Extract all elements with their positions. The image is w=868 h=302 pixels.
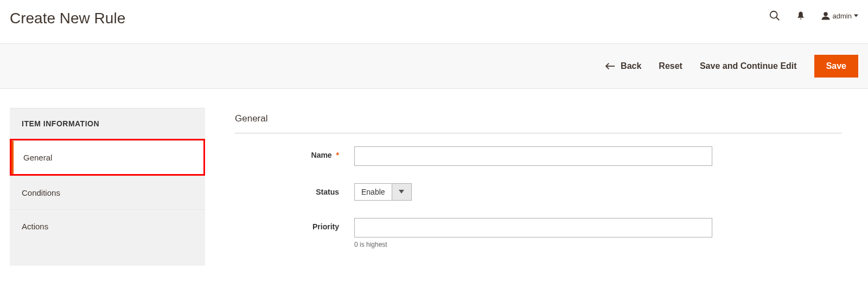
priority-label: Priority: [312, 222, 339, 231]
form-row-name: Name *: [235, 146, 842, 166]
user-menu[interactable]: admin: [821, 11, 858, 21]
priority-input[interactable]: [354, 218, 712, 237]
name-input[interactable]: [354, 146, 712, 166]
form-row-priority: Priority 0 is highest: [235, 218, 842, 248]
save-continue-label: Save and Continue Edit: [700, 61, 797, 71]
back-button[interactable]: Back: [605, 61, 641, 71]
tab-general[interactable]: General: [11, 140, 203, 174]
save-continue-button[interactable]: Save and Continue Edit: [700, 61, 797, 71]
save-button[interactable]: Save: [814, 55, 858, 78]
notifications-icon[interactable]: [796, 11, 806, 21]
user-label: admin: [833, 12, 852, 20]
sidebar: ITEM INFORMATION General Conditions Acti…: [10, 108, 205, 266]
svg-point-0: [770, 11, 777, 18]
action-bar: Back Reset Save and Continue Edit Save: [0, 43, 868, 89]
priority-hint: 0 is highest: [354, 241, 712, 248]
chevron-down-icon: [392, 184, 411, 200]
form-row-status: Status Enable: [235, 183, 842, 201]
svg-point-2: [824, 12, 828, 16]
reset-button[interactable]: Reset: [659, 61, 682, 71]
arrow-left-icon: [605, 62, 615, 70]
back-label: Back: [621, 61, 641, 71]
status-select[interactable]: Enable: [354, 183, 412, 201]
section-title: General: [235, 113, 842, 133]
tab-actions[interactable]: Actions: [10, 209, 205, 243]
page-title: Create New Rule: [10, 10, 125, 27]
chevron-down-icon: [854, 14, 858, 18]
status-select-value: Enable: [355, 184, 392, 200]
search-icon[interactable]: [769, 10, 781, 22]
name-label: Name: [311, 151, 332, 159]
svg-line-1: [776, 17, 779, 21]
required-star: *: [336, 151, 339, 159]
status-label: Status: [316, 188, 339, 196]
sidebar-title: ITEM INFORMATION: [10, 108, 205, 139]
tab-conditions[interactable]: Conditions: [10, 176, 205, 209]
reset-label: Reset: [659, 61, 682, 71]
